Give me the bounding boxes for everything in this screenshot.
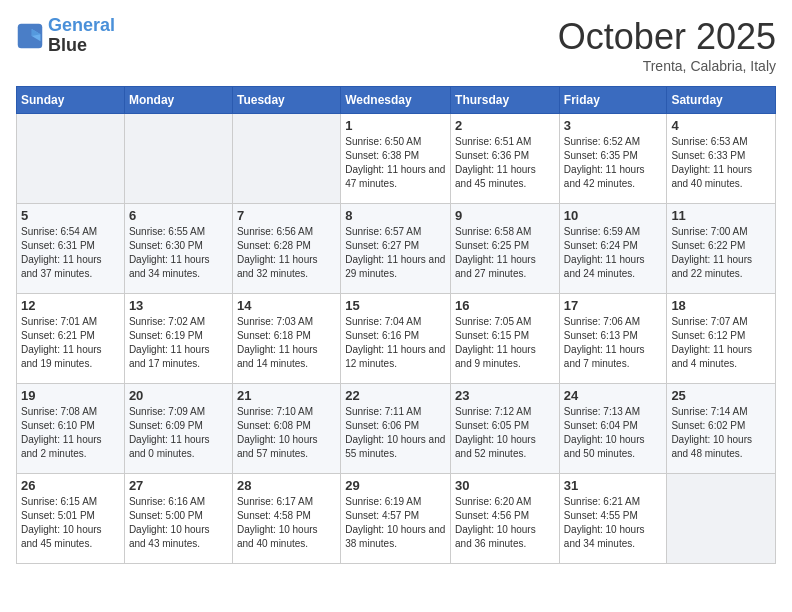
calendar-cell: 8Sunrise: 6:57 AM Sunset: 6:27 PM Daylig…: [341, 204, 451, 294]
calendar-cell: [17, 114, 125, 204]
day-number: 8: [345, 208, 446, 223]
calendar-cell: 24Sunrise: 7:13 AM Sunset: 6:04 PM Dayli…: [559, 384, 667, 474]
day-number: 27: [129, 478, 228, 493]
day-info: Sunrise: 6:52 AM Sunset: 6:35 PM Dayligh…: [564, 135, 663, 191]
day-number: 5: [21, 208, 120, 223]
day-info: Sunrise: 7:12 AM Sunset: 6:05 PM Dayligh…: [455, 405, 555, 461]
calendar-cell: 2Sunrise: 6:51 AM Sunset: 6:36 PM Daylig…: [451, 114, 560, 204]
day-number: 22: [345, 388, 446, 403]
calendar-table: SundayMondayTuesdayWednesdayThursdayFrid…: [16, 86, 776, 564]
day-info: Sunrise: 7:14 AM Sunset: 6:02 PM Dayligh…: [671, 405, 771, 461]
calendar-cell: 14Sunrise: 7:03 AM Sunset: 6:18 PM Dayli…: [232, 294, 340, 384]
title-block: October 2025 Trenta, Calabria, Italy: [558, 16, 776, 74]
calendar-cell: 19Sunrise: 7:08 AM Sunset: 6:10 PM Dayli…: [17, 384, 125, 474]
calendar-cell: [124, 114, 232, 204]
day-info: Sunrise: 6:51 AM Sunset: 6:36 PM Dayligh…: [455, 135, 555, 191]
day-info: Sunrise: 7:03 AM Sunset: 6:18 PM Dayligh…: [237, 315, 336, 371]
calendar-cell: 11Sunrise: 7:00 AM Sunset: 6:22 PM Dayli…: [667, 204, 776, 294]
day-info: Sunrise: 6:19 AM Sunset: 4:57 PM Dayligh…: [345, 495, 446, 551]
day-number: 17: [564, 298, 663, 313]
day-number: 24: [564, 388, 663, 403]
header-wednesday: Wednesday: [341, 87, 451, 114]
calendar-cell: 12Sunrise: 7:01 AM Sunset: 6:21 PM Dayli…: [17, 294, 125, 384]
day-number: 13: [129, 298, 228, 313]
day-number: 25: [671, 388, 771, 403]
day-info: Sunrise: 6:53 AM Sunset: 6:33 PM Dayligh…: [671, 135, 771, 191]
month-title: October 2025: [558, 16, 776, 58]
header-sunday: Sunday: [17, 87, 125, 114]
day-number: 21: [237, 388, 336, 403]
day-info: Sunrise: 6:50 AM Sunset: 6:38 PM Dayligh…: [345, 135, 446, 191]
calendar-header: SundayMondayTuesdayWednesdayThursdayFrid…: [17, 87, 776, 114]
day-number: 20: [129, 388, 228, 403]
day-info: Sunrise: 7:06 AM Sunset: 6:13 PM Dayligh…: [564, 315, 663, 371]
day-info: Sunrise: 7:11 AM Sunset: 6:06 PM Dayligh…: [345, 405, 446, 461]
calendar-cell: 9Sunrise: 6:58 AM Sunset: 6:25 PM Daylig…: [451, 204, 560, 294]
calendar-cell: 25Sunrise: 7:14 AM Sunset: 6:02 PM Dayli…: [667, 384, 776, 474]
day-number: 16: [455, 298, 555, 313]
day-number: 28: [237, 478, 336, 493]
calendar-cell: 7Sunrise: 6:56 AM Sunset: 6:28 PM Daylig…: [232, 204, 340, 294]
calendar-cell: 20Sunrise: 7:09 AM Sunset: 6:09 PM Dayli…: [124, 384, 232, 474]
header-tuesday: Tuesday: [232, 87, 340, 114]
day-info: Sunrise: 6:21 AM Sunset: 4:55 PM Dayligh…: [564, 495, 663, 551]
day-info: Sunrise: 6:58 AM Sunset: 6:25 PM Dayligh…: [455, 225, 555, 281]
day-number: 23: [455, 388, 555, 403]
day-header-row: SundayMondayTuesdayWednesdayThursdayFrid…: [17, 87, 776, 114]
day-info: Sunrise: 7:01 AM Sunset: 6:21 PM Dayligh…: [21, 315, 120, 371]
day-number: 14: [237, 298, 336, 313]
day-number: 9: [455, 208, 555, 223]
day-number: 15: [345, 298, 446, 313]
calendar-cell: 29Sunrise: 6:19 AM Sunset: 4:57 PM Dayli…: [341, 474, 451, 564]
header-friday: Friday: [559, 87, 667, 114]
day-number: 1: [345, 118, 446, 133]
day-info: Sunrise: 7:13 AM Sunset: 6:04 PM Dayligh…: [564, 405, 663, 461]
day-info: Sunrise: 7:04 AM Sunset: 6:16 PM Dayligh…: [345, 315, 446, 371]
calendar-cell: 3Sunrise: 6:52 AM Sunset: 6:35 PM Daylig…: [559, 114, 667, 204]
day-info: Sunrise: 6:56 AM Sunset: 6:28 PM Dayligh…: [237, 225, 336, 281]
logo: General Blue: [16, 16, 115, 56]
day-number: 10: [564, 208, 663, 223]
calendar-cell: [667, 474, 776, 564]
logo-text: General Blue: [48, 16, 115, 56]
day-info: Sunrise: 6:15 AM Sunset: 5:01 PM Dayligh…: [21, 495, 120, 551]
calendar-cell: 21Sunrise: 7:10 AM Sunset: 6:08 PM Dayli…: [232, 384, 340, 474]
calendar-cell: 4Sunrise: 6:53 AM Sunset: 6:33 PM Daylig…: [667, 114, 776, 204]
day-info: Sunrise: 7:09 AM Sunset: 6:09 PM Dayligh…: [129, 405, 228, 461]
day-info: Sunrise: 7:05 AM Sunset: 6:15 PM Dayligh…: [455, 315, 555, 371]
day-number: 30: [455, 478, 555, 493]
calendar-cell: [232, 114, 340, 204]
day-info: Sunrise: 6:59 AM Sunset: 6:24 PM Dayligh…: [564, 225, 663, 281]
day-info: Sunrise: 7:02 AM Sunset: 6:19 PM Dayligh…: [129, 315, 228, 371]
day-number: 11: [671, 208, 771, 223]
header-monday: Monday: [124, 87, 232, 114]
day-number: 7: [237, 208, 336, 223]
day-number: 4: [671, 118, 771, 133]
day-number: 19: [21, 388, 120, 403]
day-number: 6: [129, 208, 228, 223]
calendar-cell: 1Sunrise: 6:50 AM Sunset: 6:38 PM Daylig…: [341, 114, 451, 204]
header-thursday: Thursday: [451, 87, 560, 114]
calendar-cell: 10Sunrise: 6:59 AM Sunset: 6:24 PM Dayli…: [559, 204, 667, 294]
calendar-cell: 6Sunrise: 6:55 AM Sunset: 6:30 PM Daylig…: [124, 204, 232, 294]
day-number: 2: [455, 118, 555, 133]
header-saturday: Saturday: [667, 87, 776, 114]
week-row-1: 1Sunrise: 6:50 AM Sunset: 6:38 PM Daylig…: [17, 114, 776, 204]
day-number: 18: [671, 298, 771, 313]
day-info: Sunrise: 7:07 AM Sunset: 6:12 PM Dayligh…: [671, 315, 771, 371]
day-info: Sunrise: 6:57 AM Sunset: 6:27 PM Dayligh…: [345, 225, 446, 281]
calendar-cell: 31Sunrise: 6:21 AM Sunset: 4:55 PM Dayli…: [559, 474, 667, 564]
day-info: Sunrise: 7:08 AM Sunset: 6:10 PM Dayligh…: [21, 405, 120, 461]
day-info: Sunrise: 6:17 AM Sunset: 4:58 PM Dayligh…: [237, 495, 336, 551]
day-info: Sunrise: 6:54 AM Sunset: 6:31 PM Dayligh…: [21, 225, 120, 281]
week-row-3: 12Sunrise: 7:01 AM Sunset: 6:21 PM Dayli…: [17, 294, 776, 384]
day-info: Sunrise: 6:20 AM Sunset: 4:56 PM Dayligh…: [455, 495, 555, 551]
week-row-5: 26Sunrise: 6:15 AM Sunset: 5:01 PM Dayli…: [17, 474, 776, 564]
day-number: 3: [564, 118, 663, 133]
week-row-2: 5Sunrise: 6:54 AM Sunset: 6:31 PM Daylig…: [17, 204, 776, 294]
day-info: Sunrise: 6:16 AM Sunset: 5:00 PM Dayligh…: [129, 495, 228, 551]
calendar-cell: 18Sunrise: 7:07 AM Sunset: 6:12 PM Dayli…: [667, 294, 776, 384]
week-row-4: 19Sunrise: 7:08 AM Sunset: 6:10 PM Dayli…: [17, 384, 776, 474]
day-number: 12: [21, 298, 120, 313]
logo-icon: [16, 22, 44, 50]
